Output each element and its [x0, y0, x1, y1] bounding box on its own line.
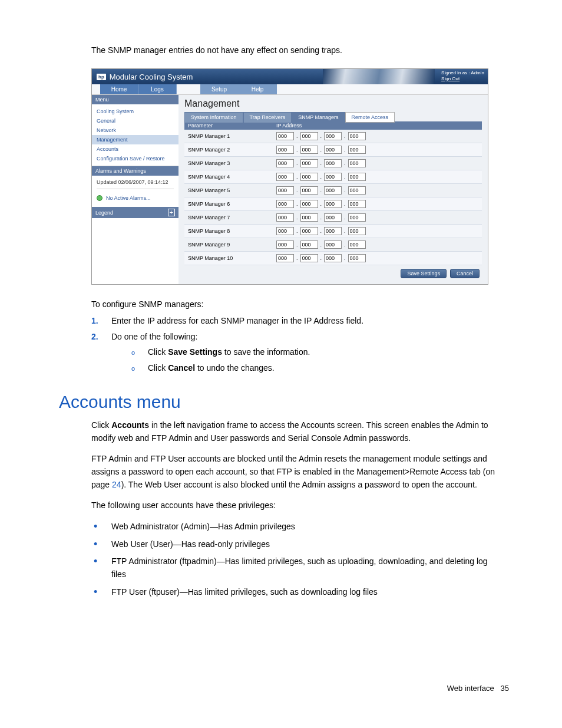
- expand-icon[interactable]: +: [168, 209, 175, 216]
- row-label: SNMP Manager 3: [188, 160, 276, 166]
- ip-octet-input[interactable]: [276, 241, 294, 249]
- ip-octet-input[interactable]: [276, 227, 294, 235]
- table-row: SNMP Manager 2...: [184, 143, 482, 157]
- row-label: SNMP Manager 6: [188, 201, 276, 207]
- tab-row: System InformationTrap ReceiversSNMP Man…: [184, 111, 482, 122]
- ip-octet-input[interactable]: [300, 200, 318, 208]
- ip-octet-input[interactable]: [300, 227, 318, 235]
- ip-octet-input[interactable]: [276, 213, 294, 222]
- sidebar-item-management[interactable]: Management: [92, 135, 178, 144]
- header-decor: [323, 69, 435, 84]
- row-label: SNMP Manager 8: [188, 228, 276, 234]
- ip-octet-input[interactable]: [324, 146, 342, 154]
- ip-octet-input[interactable]: [324, 213, 342, 222]
- accounts-p3: The following user accounts have these p…: [91, 499, 503, 512]
- ip-octet-input[interactable]: [324, 200, 342, 208]
- ip-octet-input[interactable]: [348, 254, 366, 262]
- ip-octet-input[interactable]: [300, 254, 318, 262]
- no-alarms-text[interactable]: No Active Alarms...: [106, 195, 151, 201]
- col-ip: IP Address: [276, 123, 302, 129]
- sidebar-item-cooling-system[interactable]: Cooling System: [92, 107, 178, 116]
- page-footer: Web interface 35: [447, 684, 509, 693]
- nav-logs[interactable]: Logs: [138, 84, 177, 94]
- nav-help[interactable]: Help: [239, 84, 277, 94]
- ip-octet-input[interactable]: [300, 173, 318, 181]
- tab-system-information[interactable]: System Information: [184, 112, 243, 123]
- ip-octet-input[interactable]: [324, 186, 342, 195]
- tab-remote-access[interactable]: Remote Access: [345, 112, 395, 123]
- signed-in-label: Signed in as : Admin: [441, 70, 484, 76]
- accounts-heading: Accounts menu: [59, 392, 503, 412]
- ok-icon: [97, 195, 103, 201]
- ip-octet-input[interactable]: [348, 159, 366, 167]
- ip-octet-input[interactable]: [276, 186, 294, 195]
- app-title: Modular Cooling System: [110, 73, 193, 81]
- ip-octet-input[interactable]: [276, 146, 294, 154]
- ip-octet-input[interactable]: [348, 241, 366, 249]
- privilege-item: FTP Administrator (ftpadmin)—Has limited…: [111, 555, 503, 581]
- ip-octet-input[interactable]: [300, 241, 318, 249]
- ip-octet-input[interactable]: [348, 200, 366, 208]
- privilege-item: Web User (User)—Has read-only privileges: [111, 538, 503, 551]
- ip-octet-input[interactable]: [300, 146, 318, 154]
- step-num-1: 1.: [91, 314, 111, 327]
- sign-out-link[interactable]: Sign Out: [441, 76, 459, 81]
- page-link-24[interactable]: 24: [112, 480, 121, 489]
- row-label: SNMP Manager 10: [188, 255, 276, 261]
- ip-octet-input[interactable]: [348, 132, 366, 140]
- intro-text: The SNMP manager entries do not have any…: [59, 44, 503, 57]
- table-header-row: Parameter IP Address: [184, 121, 482, 130]
- step-2-text: Do one of the following:: [111, 330, 197, 343]
- top-nav: Home Logs Setup Help: [92, 84, 488, 95]
- table-row: SNMP Manager 5...: [184, 184, 482, 197]
- row-label: SNMP Manager 5: [188, 187, 276, 193]
- table-row: SNMP Manager 8...: [184, 225, 482, 238]
- ip-octet-input[interactable]: [348, 227, 366, 235]
- ip-octet-input[interactable]: [348, 186, 366, 195]
- row-label: SNMP Manager 9: [188, 242, 276, 248]
- table-row: SNMP Manager 1...: [184, 130, 482, 143]
- ip-octet-input[interactable]: [276, 173, 294, 181]
- row-label: SNMP Manager 1: [188, 133, 276, 139]
- ip-octet-input[interactable]: [348, 213, 366, 222]
- ip-octet-input[interactable]: [300, 186, 318, 195]
- ip-octet-input[interactable]: [324, 132, 342, 140]
- table-row: SNMP Manager 3...: [184, 157, 482, 170]
- ip-octet-input[interactable]: [324, 227, 342, 235]
- ip-octet-input[interactable]: [300, 213, 318, 222]
- ip-octet-input[interactable]: [276, 159, 294, 167]
- ip-octet-input[interactable]: [348, 173, 366, 181]
- row-label: SNMP Manager 4: [188, 174, 276, 180]
- sidebar-item-configuration-save-restore[interactable]: Configuration Save / Restore: [92, 154, 178, 163]
- sidebar-legend-header[interactable]: Legend +: [92, 207, 178, 218]
- ip-octet-input[interactable]: [324, 173, 342, 181]
- ip-octet-input[interactable]: [348, 146, 366, 154]
- nav-home[interactable]: Home: [100, 84, 138, 94]
- step-num-2: 2.: [91, 330, 111, 343]
- ip-octet-input[interactable]: [276, 254, 294, 262]
- ip-octet-input[interactable]: [324, 241, 342, 249]
- save-settings-button[interactable]: Save Settings: [401, 269, 447, 278]
- configure-lead: To configure SNMP managers:: [91, 298, 503, 311]
- sidebar-item-network[interactable]: Network: [92, 126, 178, 135]
- ip-octet-input[interactable]: [276, 132, 294, 140]
- ip-octet-input[interactable]: [276, 200, 294, 208]
- signin-block: Signed in as : Admin Sign Out: [441, 70, 484, 81]
- privilege-item: Web Administrator (Admin)—Has Admin priv…: [111, 521, 503, 533]
- ip-octet-input[interactable]: [300, 159, 318, 167]
- cancel-button[interactable]: Cancel: [450, 269, 480, 278]
- table-row: SNMP Manager 10...: [184, 252, 482, 265]
- tab-trap-receivers[interactable]: Trap Receivers: [243, 112, 292, 123]
- table-row: SNMP Manager 7...: [184, 211, 482, 225]
- row-label: SNMP Manager 2: [188, 147, 276, 153]
- sidebar-item-general[interactable]: General: [92, 116, 178, 126]
- ip-octet-input[interactable]: [324, 159, 342, 167]
- table-row: SNMP Manager 6...: [184, 197, 482, 211]
- nav-setup[interactable]: Setup: [200, 84, 239, 94]
- ip-octet-input[interactable]: [300, 132, 318, 140]
- ip-octet-input[interactable]: [324, 254, 342, 262]
- accounts-p2: FTP Admin and FTP User accounts are bloc…: [91, 453, 503, 491]
- step-1-text: Enter the IP address for each SNMP manag…: [111, 314, 363, 327]
- tab-snmp-managers[interactable]: SNMP Managers: [292, 112, 345, 123]
- sidebar-item-accounts[interactable]: Accounts: [92, 144, 178, 154]
